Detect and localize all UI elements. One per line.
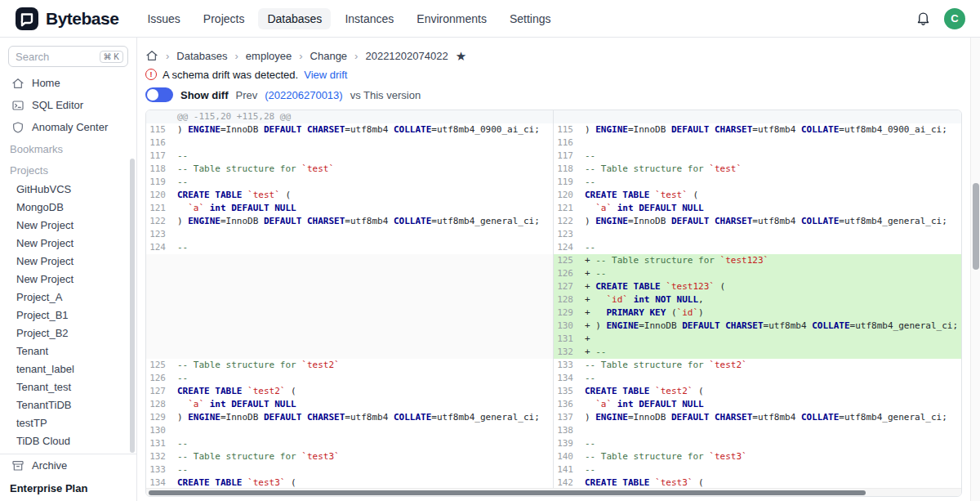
line-number: 126 [554,267,578,280]
window-scrollbar[interactable] [973,183,979,270]
line-number: 123 [146,228,171,241]
line-number [146,110,171,123]
line-number: 131 [554,333,578,346]
line-number: 116 [146,136,171,150]
code-line: + -- [578,346,961,359]
sidebar-project-tenanttidb[interactable]: TenantTiDB [0,396,136,414]
sidebar-project-project-b1[interactable]: Project_B1 [0,306,136,324]
sidebar-project-new-project[interactable]: New Project [0,217,136,235]
code-line: CREATE TABLE `test2` ( [171,385,553,398]
diff-row: @@ -115,20 +115,28 @@ [146,110,553,123]
breadcrumb-home-icon[interactable] [145,49,158,62]
breadcrumb-item-employee[interactable]: employee [246,50,292,62]
sidebar-section-bookmarks: Bookmarks [0,138,136,159]
diff-row [146,267,553,280]
breadcrumb-item-databases[interactable]: Databases [176,50,227,62]
diff-row: 138 [554,424,961,437]
line-number: 125 [554,254,578,267]
diff-row: 122) ENGINE=InnoDB DEFAULT CHARSET=utf8m… [554,215,961,228]
sidebar-project-tenant[interactable]: Tenant [0,342,136,360]
diff-row: 127+ CREATE TABLE `test123` ( [554,280,961,293]
diff-row: 139-- [554,437,961,450]
sidebar-project-tidb-cloud[interactable]: TiDB Cloud [0,432,136,450]
diff-column-current: 115) ENGINE=InnoDB DEFAULT CHARSET=utf8m… [554,110,961,490]
code-line [171,254,553,267]
sidebar-project-tenant-label[interactable]: tenant_label [0,360,136,378]
diff-row: 125+ -- Table structure for `test123` [554,254,961,267]
sidebar-project-project-a[interactable]: Project_A [0,289,136,306]
diff-row: 141-- [554,463,961,476]
view-drift-link[interactable]: View drift [304,69,347,81]
line-number: 130 [554,320,578,333]
line-number: 119 [554,176,578,189]
diff-row: 116 [146,136,553,150]
code-line [171,333,553,346]
code-line: -- [578,437,961,450]
code-line [171,293,553,306]
line-number: 129 [146,411,171,424]
breadcrumb-item-version[interactable]: 20221202074022 [365,50,448,62]
nav-item-projects[interactable]: Projects [194,8,254,29]
line-number: 128 [554,293,578,306]
nav-item-instances[interactable]: Instances [336,8,403,29]
nav-item-settings[interactable]: Settings [501,8,560,29]
diff-horizontal-scrollbar[interactable] [149,490,866,495]
bookmark-star-icon[interactable]: ★ [456,50,466,62]
code-line: -- Table structure for `test3` [578,450,961,463]
search-box[interactable]: ⌘ K [8,46,128,67]
line-number: 122 [146,215,171,228]
show-diff-toggle[interactable] [145,87,173,102]
notification-bell-icon[interactable] [915,11,931,26]
sidebar-project-testtp[interactable]: testTP [0,414,136,432]
diff-row: 121 `a` int DEFAULT NULL [554,202,961,215]
code-line: ) ENGINE=InnoDB DEFAULT CHARSET=utf8mb4 … [171,215,553,228]
code-line [171,320,553,333]
nav-item-issues[interactable]: Issues [138,8,189,29]
diff-row: 128 `a` int DEFAULT NULL [146,398,553,411]
diff-row: 140-- Table structure for `test3` [554,450,961,463]
diff-row: 131-- [146,437,553,450]
nav-item-databases[interactable]: Databases [258,8,331,29]
code-line: + `id` int NOT NULL, [578,293,961,306]
diff-row: 124-- [554,241,961,254]
prev-version-link[interactable]: (202206270013) [265,89,342,101]
sidebar-project-project-b2[interactable]: Project_B2 [0,324,136,342]
diff-row: 118-- Table structure for `test` [146,163,553,176]
sidebar-project-new-project[interactable]: New Project [0,235,136,253]
line-number: 133 [146,463,171,476]
search-input[interactable] [16,51,84,63]
window-scrollbar-track [970,38,980,501]
sidebar-project-githubvcs[interactable]: GitHubVCS [0,181,136,199]
line-number: 132 [146,450,171,463]
line-number [146,346,171,359]
nav-item-environments[interactable]: Environments [408,8,496,29]
diff-row: 134-- [554,372,961,385]
code-line [578,110,961,123]
diff-row: 133-- Table structure for `test2` [554,359,961,372]
line-number: 130 [146,424,171,437]
user-avatar[interactable]: C [944,8,965,29]
alert-text: A schema drift was detected. [163,69,298,81]
sidebar-item-home[interactable]: Home [0,72,136,94]
sidebar-item-archive[interactable]: Archive [0,454,136,476]
sidebar-project-new-project[interactable]: New Project [0,271,136,289]
brand-logo[interactable]: Bytebase [15,7,118,31]
sidebar-project-mongodb[interactable]: MongoDB [0,199,136,217]
search-shortcut-badge: ⌘ K [100,51,123,63]
sidebar-scrollbar[interactable] [130,159,135,453]
diff-row [146,280,553,293]
sidebar-project-tenant-test[interactable]: Tenant_test [0,378,136,396]
line-number: 136 [554,398,578,411]
code-line: + -- Table structure for `test123` [578,254,961,267]
line-number: 115 [554,123,578,136]
code-line [578,424,961,437]
diff-column-previous: @@ -115,20 +115,28 @@115) ENGINE=InnoDB … [146,110,554,490]
code-line: ) ENGINE=InnoDB DEFAULT CHARSET=utf8mb4 … [578,123,961,136]
diff-toolbar: Show diff Prev (202206270013) vs This ve… [145,87,962,103]
code-line [171,306,553,320]
sidebar-item-anomaly-center[interactable]: Anomaly Center [0,116,136,138]
sidebar-project-new-project[interactable]: New Project [0,253,136,271]
line-number: 127 [146,385,171,398]
breadcrumb-item-change[interactable]: Change [310,50,348,62]
sidebar-item-sql-editor[interactable]: SQL Editor [0,94,136,116]
